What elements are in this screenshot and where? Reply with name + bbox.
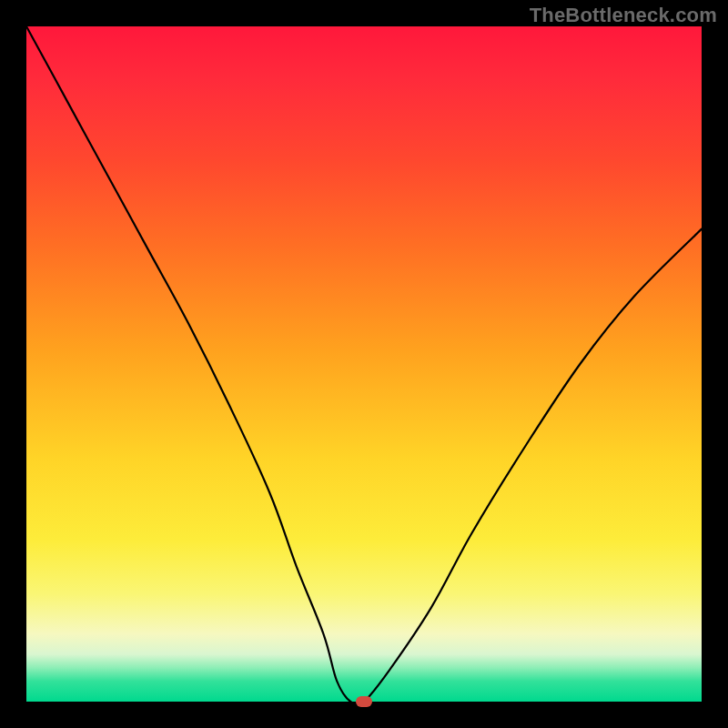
- optimal-point-marker: [356, 696, 372, 707]
- chart-frame: TheBottleneck.com: [0, 0, 728, 728]
- curve-layer: [26, 26, 702, 702]
- bottleneck-curve: [26, 26, 702, 705]
- watermark-text: TheBottleneck.com: [530, 4, 717, 27]
- plot-area: [26, 26, 702, 702]
